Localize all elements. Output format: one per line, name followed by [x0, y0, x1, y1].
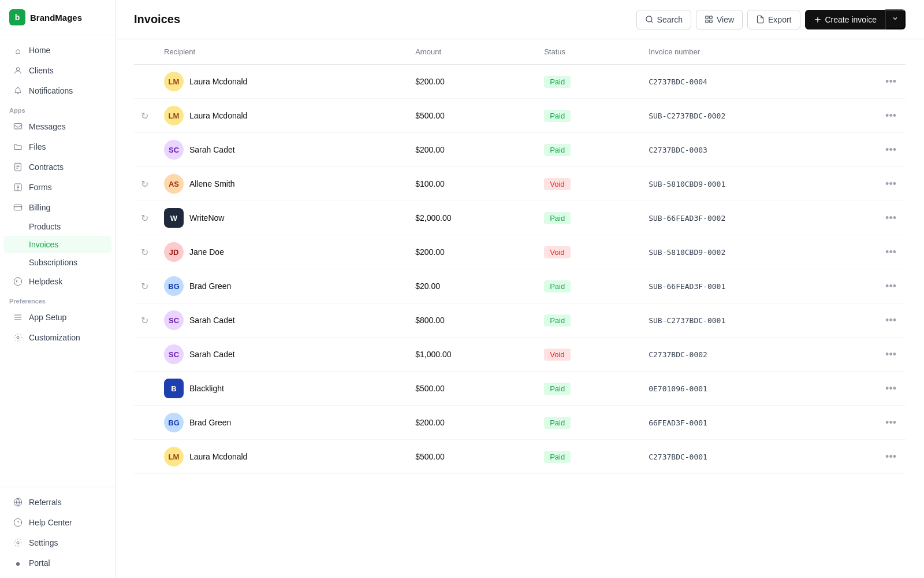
- recipient-cell: LM Laura Mcdonald: [157, 99, 408, 133]
- status-cell: Paid: [537, 372, 642, 406]
- amount-cell: $100.00: [408, 167, 537, 201]
- brand-logo[interactable]: b BrandMages: [0, 0, 115, 35]
- recipient-cell: BG Brad Green: [157, 269, 408, 303]
- sidebar-item-products[interactable]: Products: [3, 218, 111, 235]
- export-button[interactable]: Export: [747, 10, 800, 29]
- create-invoice-dropdown[interactable]: [885, 9, 906, 29]
- invoice-number-cell: C2737BDC-0002: [642, 338, 876, 372]
- avatar: SC: [164, 310, 184, 330]
- recipient-cell: SC Sarah Cadet: [157, 338, 408, 372]
- sidebar-item-messages[interactable]: Messages: [3, 117, 111, 136]
- table-body: LM Laura Mcdonald $200.00 Paid C2737BDC-…: [134, 65, 906, 474]
- status-badge: Paid: [544, 144, 571, 156]
- sidebar-item-portal[interactable]: ● Portal: [3, 553, 111, 573]
- create-invoice-label: Create invoice: [825, 15, 877, 24]
- sidebar-item-label: Customization: [29, 333, 80, 342]
- sidebar-nav: ⌂ Home Clients Notifications Apps Messag…: [0, 35, 115, 487]
- sidebar-item-label: Home: [29, 46, 50, 55]
- invoice-number-cell: SUB-C2737BDC-0002: [642, 99, 876, 133]
- invoice-number-cell: 66FEAD3F-0001: [642, 406, 876, 440]
- recipient-name: Brad Green: [189, 418, 231, 427]
- invoice-number-cell: C2737BDC-0003: [642, 133, 876, 167]
- sidebar-item-clients[interactable]: Clients: [3, 61, 111, 80]
- view-button[interactable]: View: [696, 10, 743, 29]
- settings-icon: [13, 538, 23, 548]
- more-options-button[interactable]: •••: [883, 142, 899, 158]
- amount-cell: $200.00: [408, 133, 537, 167]
- sidebar-item-billing[interactable]: Billing: [3, 198, 111, 217]
- more-options-button[interactable]: •••: [883, 244, 899, 261]
- status-cell: Paid: [537, 99, 642, 133]
- more-options-button[interactable]: •••: [883, 108, 899, 124]
- sync-cell: ↻: [134, 269, 157, 303]
- contracts-icon: [13, 162, 23, 172]
- col-amount: Amount: [408, 39, 537, 65]
- messages-icon: [13, 121, 23, 132]
- svg-point-0: [16, 68, 19, 71]
- sidebar-item-notifications[interactable]: Notifications: [3, 81, 111, 101]
- status-badge: Void: [544, 178, 570, 190]
- status-cell: Paid: [537, 65, 642, 99]
- sidebar-item-label: Forms: [29, 183, 52, 192]
- more-options-button[interactable]: •••: [883, 380, 899, 397]
- avatar: BG: [164, 413, 184, 432]
- more-options-button[interactable]: •••: [883, 312, 899, 329]
- sidebar-item-label: Billing: [29, 203, 50, 212]
- avatar: W: [164, 208, 184, 228]
- sidebar-item-contracts[interactable]: Contracts: [3, 157, 111, 177]
- files-icon: [13, 142, 23, 152]
- search-icon: [645, 15, 654, 24]
- sync-cell: ↻: [134, 303, 157, 338]
- sidebar-item-app-setup[interactable]: App Setup: [3, 307, 111, 327]
- sidebar-item-invoices[interactable]: Invoices: [3, 236, 111, 253]
- sidebar-item-home[interactable]: ⌂ Home: [3, 40, 111, 60]
- customization-icon: [13, 332, 23, 343]
- sidebar-item-help-center[interactable]: Help Center: [3, 513, 111, 532]
- table-row: BG Brad Green $200.00 Paid 66FEAD3F-0001…: [134, 406, 906, 440]
- sidebar-item-forms[interactable]: Forms: [3, 177, 111, 197]
- create-invoice-button[interactable]: Create invoice: [805, 10, 886, 29]
- recipient-cell: B Blacklight: [157, 372, 408, 406]
- search-button[interactable]: Search: [636, 10, 691, 29]
- apps-section-label: Apps: [0, 101, 115, 116]
- help-center-icon: [13, 517, 23, 528]
- row-actions-cell: •••: [876, 440, 906, 474]
- sidebar-item-customization[interactable]: Customization: [3, 328, 111, 347]
- svg-rect-11: [706, 16, 708, 18]
- amount-cell: $500.00: [408, 372, 537, 406]
- recipient-name: Laura Mcdonald: [189, 452, 247, 461]
- row-actions-cell: •••: [876, 269, 906, 303]
- svg-point-10: [646, 16, 651, 22]
- sidebar-item-files[interactable]: Files: [3, 137, 111, 157]
- avatar: LM: [164, 72, 184, 91]
- status-cell: Paid: [537, 406, 642, 440]
- sidebar-item-helpdesk[interactable]: Helpdesk: [3, 272, 111, 291]
- invoice-number-cell: SUB-5810CBD9-0002: [642, 235, 876, 269]
- logo-icon: b: [9, 9, 25, 25]
- table-row: SC Sarah Cadet $1,000.00 Void C2737BDC-0…: [134, 338, 906, 372]
- svg-rect-12: [710, 16, 712, 18]
- main-content: Invoices Search View Export Create invoi…: [116, 0, 924, 578]
- sync-icon: ↻: [141, 281, 148, 291]
- sidebar-item-subscriptions[interactable]: Subscriptions: [3, 254, 111, 271]
- more-options-button[interactable]: •••: [883, 346, 899, 363]
- sidebar-item-label: Settings: [29, 538, 58, 547]
- recipient-cell: LM Laura Mcdonald: [157, 65, 408, 99]
- more-options-button[interactable]: •••: [883, 73, 899, 90]
- more-options-button[interactable]: •••: [883, 449, 899, 465]
- row-actions-cell: •••: [876, 201, 906, 235]
- status-cell: Void: [537, 235, 642, 269]
- more-options-button[interactable]: •••: [883, 278, 899, 295]
- sync-icon: ↻: [141, 179, 148, 189]
- forms-icon: [13, 182, 23, 192]
- more-options-button[interactable]: •••: [883, 176, 899, 192]
- more-options-button[interactable]: •••: [883, 210, 899, 227]
- sync-icon: ↻: [141, 111, 148, 121]
- more-options-button[interactable]: •••: [883, 414, 899, 431]
- sidebar-item-settings[interactable]: Settings: [3, 533, 111, 553]
- sync-cell: [134, 440, 157, 474]
- sidebar-item-referrals[interactable]: Referrals: [3, 492, 111, 512]
- table-row: ↻ LM Laura Mcdonald $500.00 Paid SUB-C27…: [134, 99, 906, 133]
- amount-cell: $500.00: [408, 99, 537, 133]
- status-badge: Void: [544, 349, 570, 361]
